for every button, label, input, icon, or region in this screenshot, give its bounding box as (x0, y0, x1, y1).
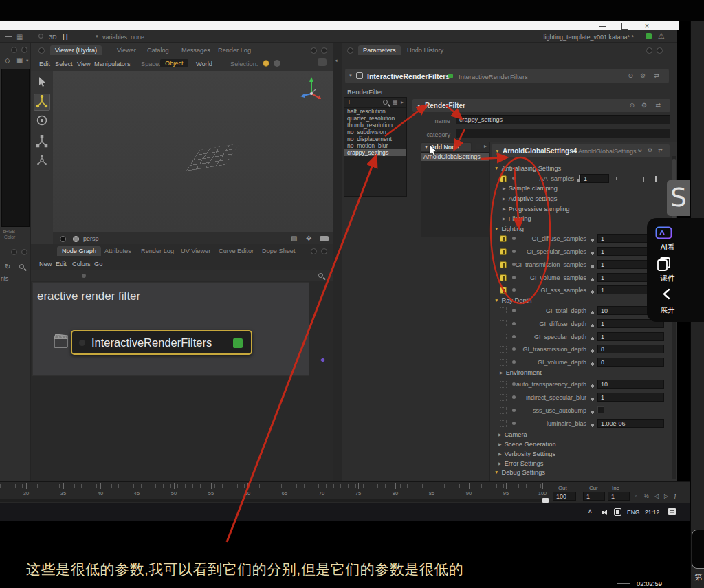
gear-icon[interactable]: ⚙ (640, 72, 646, 79)
node-port-icon[interactable] (79, 340, 85, 346)
warning-badge-icon[interactable] (500, 261, 507, 268)
filter-item[interactable]: thumb_resolution (344, 122, 406, 129)
expand-triangle-icon[interactable]: ▼ (349, 74, 353, 78)
selection-mode-icon[interactable] (263, 60, 270, 67)
viewer-menu-select[interactable]: Select (55, 61, 73, 67)
timeline-ruler[interactable] (0, 484, 547, 488)
pin-icon[interactable]: ⊙ (637, 147, 642, 153)
tab-render-log2[interactable]: Render Log (136, 246, 179, 256)
tab-dope-sheet[interactable]: Dope Sheet (257, 246, 300, 256)
tab-viewer[interactable]: Viewer (112, 45, 141, 55)
tab-attributes[interactable]: Attributes (100, 246, 136, 256)
notification-icon[interactable] (668, 508, 676, 515)
ng-menu-edit[interactable]: Edit (56, 261, 67, 268)
search-icon[interactable] (383, 100, 388, 105)
expand-label[interactable]: 展开 (647, 305, 688, 315)
space-object-button[interactable]: Object (160, 59, 188, 67)
gear-icon[interactable]: ⚙ (648, 147, 652, 153)
expand-chevron-icon[interactable] (662, 288, 670, 300)
swap-icon[interactable]: ⇄ (655, 102, 661, 109)
panel-button-icon[interactable] (38, 47, 45, 54)
slider-handle[interactable] (655, 176, 657, 182)
tab-uv-viewer[interactable]: UV Viewer (176, 246, 215, 256)
group-sample-clamping[interactable]: Sample clamping (503, 185, 558, 192)
collapse-arrow-icon[interactable]: ◂ (335, 58, 338, 63)
panel-button-icon[interactable] (347, 47, 353, 54)
tab-node-graph[interactable]: Node Graph (57, 246, 101, 256)
maximize-button[interactable] (619, 22, 631, 30)
param-field[interactable]: 8 (597, 345, 664, 353)
param-field[interactable]: 1 (597, 393, 664, 402)
step-back-icon[interactable]: ◁ (654, 493, 659, 499)
tab-messages[interactable]: Messages (177, 45, 215, 55)
param-field[interactable]: 1.00e-06 (597, 419, 664, 428)
half-step-icon[interactable]: ½ (644, 493, 649, 499)
panel-close-icon[interactable] (321, 248, 327, 254)
sss-autobump-checkbox[interactable] (597, 406, 604, 413)
shading-icon[interactable] (60, 236, 66, 242)
filter-item[interactable]: quarter_resolution (344, 115, 406, 122)
refresh-icon[interactable]: ↻ (5, 263, 10, 270)
gear-icon[interactable]: ⚙ (641, 102, 647, 109)
diamond-icon[interactable]: ◇ (5, 56, 10, 64)
backdrop-node[interactable]: eractive render filter (32, 282, 309, 376)
filter-item[interactable]: no_motion_blur (344, 142, 406, 149)
timeline-scrollstrip[interactable] (0, 499, 547, 502)
panel-button-icon[interactable] (311, 47, 317, 54)
filter-item[interactable]: no_displacement (344, 135, 406, 142)
warning-badge-icon[interactable] (500, 235, 507, 242)
group-filtering[interactable]: Filtering (503, 215, 531, 222)
arnold-header[interactable]: ▼ ArnoldGlobalSettings4 ArnoldGlobalSett… (492, 144, 670, 157)
group-ray-depth[interactable]: Ray Depth (494, 297, 531, 304)
language-indicator[interactable]: ENG (627, 509, 639, 516)
function-icon[interactable]: ƒ (674, 492, 677, 499)
grid-badge-icon[interactable] (500, 307, 507, 314)
volume-icon[interactable] (602, 509, 608, 515)
translate-tool-icon[interactable] (36, 95, 48, 109)
ng-menu-colors[interactable]: Colors (72, 261, 91, 268)
record-icon[interactable] (38, 34, 43, 39)
courseware-label[interactable]: 课件 (647, 274, 688, 283)
param-field[interactable]: 10 (597, 380, 664, 389)
ai-view-label[interactable]: AI看 (647, 243, 688, 252)
grid-badge-icon[interactable] (500, 420, 507, 427)
viewer-menu-edit[interactable]: Edit (39, 61, 50, 67)
scale-tool-icon[interactable] (36, 135, 48, 149)
inc-field[interactable]: 1 (608, 492, 630, 501)
tab-render-log[interactable]: Render Log (213, 45, 256, 55)
grid-badge-icon[interactable] (500, 407, 507, 414)
pause-indicator[interactable]: | | (63, 33, 68, 40)
name-field[interactable]: crappy_settings (456, 115, 670, 124)
viewer-menu-view[interactable]: View (77, 61, 91, 67)
expand-right-icon[interactable]: ▸ (484, 143, 487, 149)
menu-icon[interactable] (5, 34, 12, 39)
film-icon[interactable]: ▤ (291, 235, 297, 242)
list-mode-icon[interactable]: ▦ (393, 99, 398, 105)
category-field[interactable] (456, 129, 670, 138)
pin-icon[interactable]: ⊙ (629, 102, 635, 109)
group-lighting[interactable]: Lighting (494, 226, 524, 232)
tab-viewer-hydra[interactable]: Viewer (Hydra) (50, 45, 102, 55)
grid-badge-icon[interactable] (500, 394, 507, 401)
tab-parameters[interactable]: Parameters (358, 45, 401, 55)
loop-icon[interactable]: ▫ (635, 493, 637, 499)
group-camera[interactable]: Camera (498, 431, 527, 438)
grid-badge-icon[interactable] (500, 334, 507, 340)
nodegraph-canvas[interactable]: eractive render filter InteractiveRender… (31, 281, 333, 481)
grid-badge-icon[interactable] (500, 346, 507, 353)
panel-button-icon[interactable] (11, 249, 17, 255)
cur-field[interactable]: 1 (583, 492, 605, 501)
step-forward-icon[interactable]: ▷ (664, 493, 668, 499)
pan-icon[interactable]: ✥ (306, 235, 311, 242)
panel-close-icon[interactable] (21, 47, 28, 53)
group-verbosity-settings[interactable]: Verbosity Settings (498, 450, 556, 457)
snapshot-icon[interactable] (318, 58, 327, 66)
clapper-icon[interactable]: ▦ (16, 33, 23, 41)
grid-badge-icon[interactable] (500, 320, 507, 327)
interactive-render-filters-node[interactable]: InteractiveRenderFilters (71, 330, 252, 355)
pivot-tool-icon[interactable] (36, 154, 48, 166)
aa-samples-slider[interactable] (611, 179, 670, 179)
grid-badge-icon[interactable] (500, 381, 507, 388)
panel-button-icon[interactable] (311, 248, 317, 254)
panel-splitter[interactable]: ◂ (333, 43, 342, 481)
